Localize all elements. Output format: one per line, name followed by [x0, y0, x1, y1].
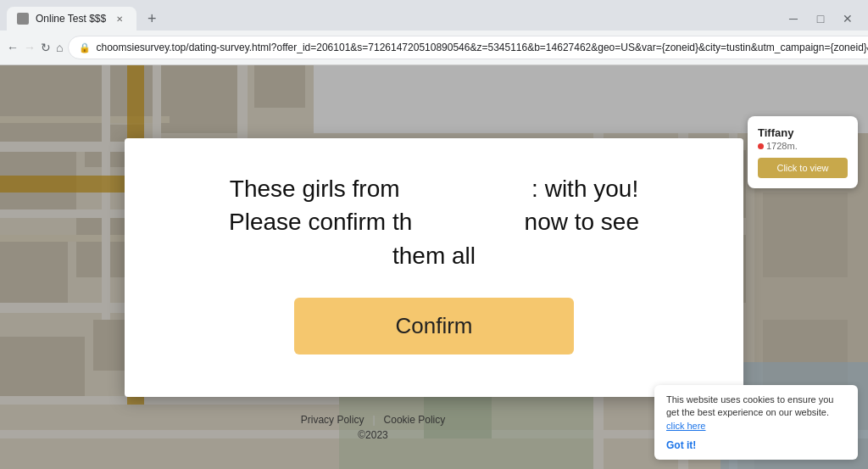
profile-card: Tiffany 1728m. Click to view: [748, 116, 858, 188]
copyright-text: ©2023: [358, 429, 388, 441]
maximize-button[interactable]: □: [810, 8, 831, 29]
got-it-button[interactable]: Got it!: [666, 439, 846, 451]
lock-icon: 🔒: [79, 42, 91, 53]
profile-name: Tiffany: [758, 126, 848, 139]
browser-chrome: Online Test $$$ ✕ + ─ □ ✕ ← → ↻ ⌂ 🔒 choo…: [0, 0, 868, 65]
footer-area: Privacy Policy | Cookie Policy ©2023: [0, 414, 746, 441]
back-button[interactable]: ←: [7, 36, 19, 59]
cookie-link[interactable]: click here: [666, 421, 705, 431]
dialog-text: These girls from : with you! Please conf…: [229, 172, 639, 272]
reload-button[interactable]: ↻: [41, 36, 51, 59]
location-dot: [758, 143, 764, 149]
profile-distance: 1728m.: [758, 141, 848, 151]
confirm-button[interactable]: Confirm: [294, 298, 574, 355]
minimize-button[interactable]: ─: [783, 8, 804, 29]
page-content: These girls from : with you! Please conf…: [0, 65, 868, 469]
url-text: choomsiesurvey.top/dating-survey.html?of…: [96, 42, 868, 53]
cookie-text: This website uses cookies to ensure you …: [666, 394, 846, 433]
tab-title: Online Test $$$: [36, 13, 106, 25]
cookie-banner: This website uses cookies to ensure you …: [654, 385, 858, 460]
privacy-policy-link[interactable]: Privacy Policy: [301, 414, 364, 426]
address-bar-row: ← → ↻ ⌂ 🔒 choomsiesurvey.top/dating-surv…: [0, 31, 868, 64]
home-button[interactable]: ⌂: [56, 36, 63, 59]
tab-favicon: [17, 13, 29, 25]
cookie-policy-link[interactable]: Cookie Policy: [384, 414, 446, 426]
active-tab[interactable]: Online Test $$$ ✕: [7, 7, 136, 31]
address-bar[interactable]: 🔒 choomsiesurvey.top/dating-survey.html?…: [68, 36, 868, 59]
dialog-box: These girls from : with you! Please conf…: [125, 138, 743, 397]
click-view-button[interactable]: Click to view: [758, 158, 848, 178]
close-button[interactable]: ✕: [837, 8, 858, 29]
tab-bar: Online Test $$$ ✕ + ─ □ ✕: [0, 0, 868, 31]
tab-close-button[interactable]: ✕: [113, 12, 126, 25]
forward-button[interactable]: →: [24, 36, 36, 59]
new-tab-button[interactable]: +: [140, 7, 164, 31]
